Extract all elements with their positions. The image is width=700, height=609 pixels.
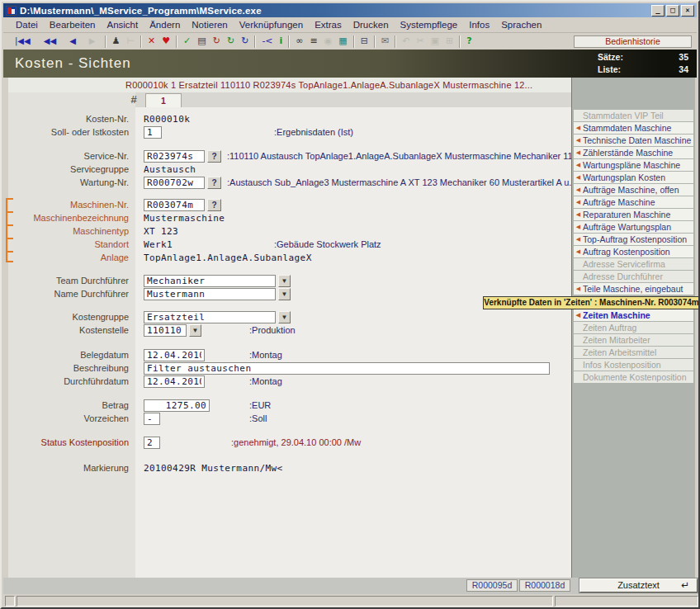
sidebar-button-auftr-ge-wartungsplan[interactable]: ◀Aufträge Wartungsplan (574, 221, 693, 233)
help-icon[interactable]: ? (463, 35, 475, 48)
refresh-green-icon[interactable]: ↻ (224, 35, 238, 48)
field-note: :EUR (249, 399, 271, 412)
list-lines-icon[interactable]: ≡ (307, 35, 321, 48)
sidebar-button-wartungsplan-kosten[interactable]: ◀Wartungsplan Kosten (574, 172, 693, 183)
mail-icon[interactable]: ✉ (378, 35, 392, 48)
saetze-value: 35 (679, 51, 688, 64)
menu-item-drucken[interactable]: Drucken (348, 18, 395, 31)
field-input[interactable] (144, 349, 205, 361)
field-input[interactable] (144, 413, 160, 425)
form-row-wartung-nr-: Wartung-Nr.?:Austausch Sub_Anlage3 Muste… (8, 176, 571, 189)
toolbar-separator (395, 35, 396, 48)
first-record-icon[interactable]: |◀◀ (8, 35, 37, 48)
favorite-icon[interactable]: ♥ (158, 35, 173, 48)
sidebar-button-auftr-ge-maschine-offen[interactable]: ◀Aufträge Maschine, offen (574, 184, 693, 196)
field-value-static: Werk1 (144, 239, 173, 250)
sidebar-button-label: Stammdaten Maschine (583, 123, 671, 133)
form-row-maschinenbezeichnung: MaschinenbezeichnungMustermaschine (8, 211, 571, 224)
arrow-left-icon: ◀ (574, 286, 583, 292)
sidebar-button-label: Infos Kostenposition (583, 360, 661, 370)
maximize-button[interactable]: □ (666, 5, 679, 17)
sidebar-button-auftr-ge-maschine[interactable]: ◀Aufträge Maschine (574, 196, 693, 208)
field-note: :Ergebnisdaten (Ist) (274, 126, 353, 139)
refresh-blue-icon[interactable]: ↻ (238, 35, 252, 48)
stamp-icon[interactable]: ♟ (109, 35, 124, 48)
field-input[interactable] (144, 150, 205, 163)
sidebar-button-teile-maschine-eingebaut[interactable]: ◀Teile Maschine, eingebaut (574, 283, 693, 295)
field-input[interactable] (144, 199, 205, 211)
minimize-button[interactable]: _ (651, 5, 665, 17)
field-note: :Montag (249, 349, 282, 361)
return-icon: ↵ (681, 579, 689, 592)
lookup-question-button[interactable]: ? (207, 199, 221, 211)
toolbar-separator (254, 35, 256, 48)
menu-item-extras[interactable]: Extras (309, 18, 348, 31)
lookup-question-button[interactable]: ? (207, 150, 221, 163)
sidebar-button-wartungspl-ne-maschine[interactable]: ◀Wartungspläne Maschine (574, 159, 693, 171)
machine-group-bracket (6, 198, 7, 262)
sidebar-button-zeiten-maschine[interactable]: ◀Zeiten Maschine (574, 309, 693, 321)
menu-item-bearbeiten[interactable]: Bearbeiten (44, 18, 102, 31)
ref-button-r000018d[interactable]: R000018d (519, 579, 570, 592)
field-input[interactable] (144, 362, 550, 375)
print-icon[interactable]: ⊟ (357, 35, 371, 48)
dropdown-value[interactable]: Mustermann (144, 288, 276, 300)
field-input[interactable] (144, 177, 205, 189)
field-value-static: Austausch (144, 164, 196, 175)
menu-item-ndern[interactable]: Ändern (144, 18, 186, 31)
info-icon[interactable]: i (277, 35, 286, 48)
dropdown-value[interactable]: 110110 (144, 324, 187, 337)
refresh-red-icon[interactable]: ↻ (210, 35, 224, 48)
menu-item-sprachen[interactable]: Sprachen (495, 18, 547, 31)
menu-item-datei[interactable]: Datei (10, 18, 44, 31)
sidebar-button-z-hlerst-nde-maschine[interactable]: ◀Zählerstände Maschine (574, 147, 693, 158)
field-input[interactable] (144, 375, 205, 388)
confirm-icon[interactable]: ✓ (180, 35, 194, 48)
title-bar[interactable]: D:\Mustermann\_MService_Programm\MServic… (3, 3, 697, 17)
ref-button-r000095d[interactable]: R000095d (466, 579, 518, 592)
chevron-down-icon[interactable]: ▼ (278, 288, 291, 300)
menu-item-verknpfungen[interactable]: Verknüpfungen (234, 18, 309, 31)
menu-item-ansicht[interactable]: Ansicht (101, 18, 144, 31)
bedienhistorie-button[interactable]: Bedienhistorie (574, 35, 692, 48)
chevron-down-icon[interactable]: ▼ (278, 275, 291, 287)
delete-icon[interactable]: ✕ (144, 35, 158, 48)
chevron-down-icon[interactable]: ▼ (189, 324, 201, 337)
chevron-down-icon[interactable]: ▼ (278, 311, 291, 323)
sidebar-button-technische-daten-maschine[interactable]: ◀Technische Daten Maschine (574, 135, 693, 146)
dropdown-value[interactable]: Mechaniker (144, 275, 276, 287)
prev-fast-icon[interactable]: ◀◀ (37, 35, 63, 48)
sidebar-button-reparaturen-maschine[interactable]: ◀Reparaturen Maschine (574, 209, 693, 220)
sidebar-button-auftrag-kostenposition[interactable]: ◀Auftrag Kostenposition (574, 246, 693, 257)
sidebar-button-label: Reparaturen Maschine (583, 210, 670, 220)
form-row-durchf-hrdatum: Durchführdatum:Montag (8, 375, 571, 388)
page-title: Kosten - Sichten (15, 55, 131, 72)
sidebar-button-label: Teile Maschine, eingebaut (583, 284, 683, 294)
field-input[interactable] (144, 437, 160, 449)
chart-icon[interactable]: ▦ (335, 35, 350, 48)
sidebar-button-top-auftrag-kostenposition[interactable]: ◀Top-Auftrag Kostenposition (574, 234, 693, 245)
zusatztext-button[interactable]: Zusatztext↵ (579, 578, 698, 592)
field-input[interactable] (144, 399, 210, 412)
sidebar-button-stammdaten-maschine[interactable]: ◀Stammdaten Maschine (574, 122, 693, 134)
field-value-static: XT 123 (144, 226, 178, 237)
sidebar-button-label: Wartungspläne Maschine (583, 160, 680, 170)
field-input[interactable] (144, 126, 162, 139)
link-branch-icon[interactable]: -< (258, 35, 276, 48)
sidebar-button-infos-kostenposition: ◀Infos Kostenposition (574, 359, 693, 371)
menu-item-systempflege[interactable]: Systempflege (395, 18, 464, 31)
binoculars-icon[interactable]: ∞ (292, 35, 306, 48)
arrow-left-icon: ◀ (574, 137, 583, 144)
notes-icon[interactable]: ▤ (194, 35, 209, 48)
field-label: Servicegruppe (8, 164, 129, 174)
menu-item-notieren[interactable]: Notieren (186, 18, 233, 31)
close-button[interactable]: ✕ (681, 5, 694, 17)
sidebar-button-label: Adresse Durchführer (583, 271, 663, 281)
menu-item-infos[interactable]: Infos (463, 18, 495, 31)
lookup-question-button[interactable]: ? (207, 177, 221, 189)
form-row-belegdatum: Belegdatum:Montag (8, 348, 571, 361)
dropdown-value[interactable]: Ersatzteil (144, 311, 276, 323)
prev-icon[interactable]: ◀ (63, 35, 83, 48)
tab-1[interactable]: 1 (145, 93, 182, 107)
undo-icon: ↶ (399, 35, 413, 48)
